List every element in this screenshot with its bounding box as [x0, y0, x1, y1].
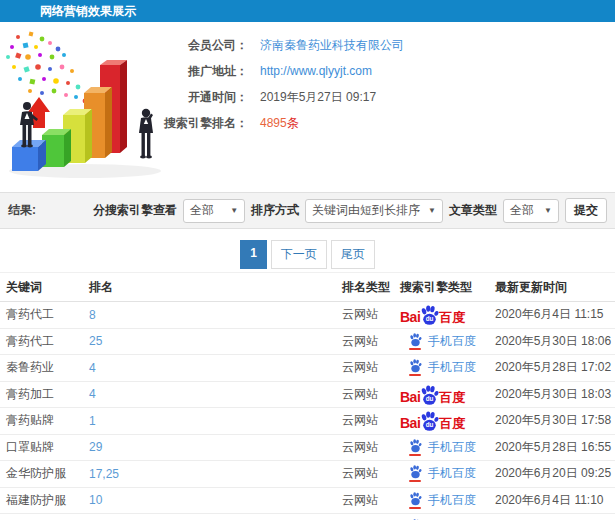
rank-unit: 条: [287, 116, 299, 130]
mobile-baidu-underline: [409, 480, 421, 482]
mobile-baidu-underline: [409, 374, 421, 376]
company-link[interactable]: 济南秦鲁药业科技有限公司: [260, 37, 404, 54]
chevron-down-icon: ▼: [544, 206, 552, 215]
confetti-dots: [6, 32, 92, 113]
keyword-cell: 福建防护服: [0, 492, 89, 509]
info-fields: 会员公司： 济南秦鲁药业科技有限公司 推广地址： http://www.qlyy…: [148, 32, 404, 136]
mobile-baidu-label: 手机百度: [428, 465, 476, 482]
sort-label: 排序方式: [251, 202, 299, 219]
engine-cell: Bai du 百度: [400, 465, 495, 482]
info-row-company: 会员公司： 济南秦鲁药业科技有限公司: [148, 32, 404, 58]
mobile-baidu-label: 手机百度: [428, 492, 476, 509]
info-row-url: 推广地址： http://www.qlyyjt.com: [148, 58, 404, 84]
table-row: 膏药代工 8 云网站 Bai du: [0, 302, 615, 329]
mobile-baidu-underline: [409, 454, 421, 456]
page: 网络营销效果展示: [0, 0, 615, 520]
baidu-wordmark-bai: Bai: [400, 390, 420, 404]
table-row: 口罩贴牌 29 云网站 Bai du: [0, 435, 615, 462]
engine-filter-select[interactable]: 全部 ▼: [183, 199, 245, 223]
baidu-logo: Bai du 百度: [400, 411, 465, 430]
mobile-baidu-label: 手机百度: [428, 333, 476, 350]
keyword-cell: 膏药代工: [0, 333, 89, 350]
rank-type-cell: 云网站: [342, 333, 400, 350]
rank-type-cell: 云网站: [342, 492, 400, 509]
header-update-time: 最新更新时间: [495, 279, 615, 296]
mobile-baidu-label: 手机百度: [428, 439, 476, 456]
info-row-rank: 搜索引擎排名： 4895条: [148, 110, 404, 136]
keyword-cell: 秦鲁药业: [0, 359, 89, 376]
keyword-cell: 口罩贴牌: [0, 439, 89, 456]
rank-link[interactable]: 25: [89, 334, 342, 348]
pagination-next-button[interactable]: 下一页: [271, 240, 327, 269]
header-keyword: 关键词: [0, 279, 89, 296]
open-time-value: 2019年5月27日 09:17: [260, 89, 376, 106]
table-row: 膏药加工 4 云网站 Bai du: [0, 382, 615, 409]
keyword-cell: 膏药代工: [0, 306, 89, 323]
pagination: 1 下一页 尾页: [0, 240, 615, 269]
table-row: 福建防护服 10 云网站 Bai du: [0, 488, 615, 515]
table-row: 秦鲁药业 4 云网站 Bai du: [0, 355, 615, 382]
mobile-baidu-logo: 手机百度: [408, 333, 476, 350]
promotion-url-link[interactable]: http://www.qlyyjt.com: [260, 64, 372, 78]
rank-type-cell: 云网站: [342, 386, 400, 403]
svg-text:du: du: [426, 316, 434, 323]
mobile-baidu-label: 手机百度: [428, 359, 476, 376]
result-label: 结果:: [8, 202, 36, 219]
pagination-last-button[interactable]: 尾页: [331, 240, 375, 269]
rank-link[interactable]: 4: [89, 387, 342, 401]
mobile-baidu-underline: [409, 348, 421, 350]
svg-text:du: du: [426, 395, 434, 402]
mobile-baidu-paw-icon: [408, 359, 423, 376]
engine-cell: Bai du 百度: [400, 439, 495, 456]
mobile-baidu-logo: 手机百度: [408, 359, 476, 376]
mobile-baidu-paw-icon: [408, 333, 423, 350]
chevron-down-icon: ▼: [230, 206, 238, 215]
rank-link[interactable]: 4: [89, 361, 342, 375]
mobile-baidu-logo: 手机百度: [408, 465, 476, 482]
info-section: 会员公司： 济南秦鲁药业科技有限公司 推广地址： http://www.qlyy…: [0, 22, 615, 192]
engine-cell: Bai du 百度: [400, 492, 495, 509]
engine-cell: Bai du 百度: [400, 411, 495, 430]
rank-link[interactable]: 1: [89, 414, 342, 428]
pagination-current-page[interactable]: 1: [240, 240, 267, 269]
mobile-baidu-logo: 手机百度: [408, 492, 476, 509]
engine-filter-value: 全部: [190, 202, 214, 219]
company-label: 会员公司：: [148, 37, 248, 54]
engine-cell: Bai du 百度: [400, 359, 495, 376]
date-cell: 2020年5月30日 18:03: [495, 386, 615, 403]
rank-count: 4895: [260, 116, 287, 130]
mobile-baidu-logo: 手机百度: [408, 439, 476, 456]
article-type-select[interactable]: 全部 ▼: [503, 199, 559, 223]
keyword-cell: 膏药贴牌: [0, 412, 89, 429]
rank-label: 搜索引擎排名：: [148, 115, 248, 132]
baidu-wordmark-cn: 百度: [439, 417, 465, 430]
date-cell: 2020年5月28日 17:02: [495, 359, 615, 376]
chevron-down-icon: ▼: [428, 206, 436, 215]
rank-link[interactable]: 8: [89, 308, 342, 322]
baidu-wordmark-cn: 百度: [439, 391, 465, 404]
baidu-wordmark-bai: Bai: [400, 310, 420, 324]
date-cell: 2020年6月20日 09:25: [495, 465, 615, 482]
table-row: 膏药贴牌 1 云网站 Bai du: [0, 408, 615, 435]
rank-link[interactable]: 29: [89, 440, 342, 454]
url-label: 推广地址：: [148, 63, 248, 80]
rank-type-cell: 云网站: [342, 359, 400, 376]
date-cell: 2020年5月30日 18:06: [495, 333, 615, 350]
table-body: 膏药代工 8 云网站 Bai du: [0, 302, 615, 520]
results-table: 关键词 排名 排名类型 搜索引擎类型 最新更新时间 膏药代工 8 云网站 Bai: [0, 272, 615, 520]
rank-type-cell: 云网站: [342, 439, 400, 456]
article-type-label: 文章类型: [449, 202, 497, 219]
rank-link[interactable]: 10: [89, 493, 342, 507]
page-title: 网络营销效果展示: [40, 4, 136, 18]
sort-select[interactable]: 关键词由短到长排序 ▼: [305, 199, 443, 223]
rank-link[interactable]: 17,25: [89, 467, 342, 481]
rank-type-cell: 云网站: [342, 412, 400, 429]
submit-button[interactable]: 提交: [565, 198, 607, 223]
sort-value: 关键词由短到长排序: [312, 202, 420, 219]
bar-green: [42, 129, 71, 167]
baidu-wordmark-bai: Bai: [400, 416, 420, 430]
mobile-baidu-paw-icon: [408, 465, 423, 482]
table-row: 金华防护服 17,25 云网站 Bai du: [0, 461, 615, 488]
filter-bar: 结果: 分搜索引擎查看 全部 ▼ 排序方式 关键词由短到长排序 ▼ 文章类型 全…: [0, 192, 615, 229]
table-row: Bai du 百度: [0, 514, 615, 520]
